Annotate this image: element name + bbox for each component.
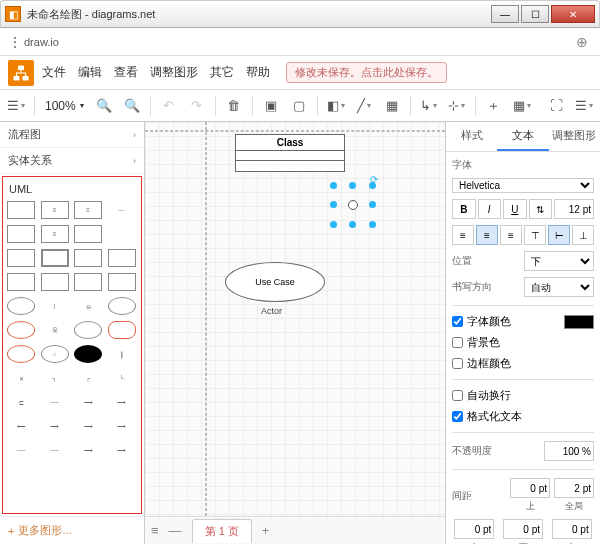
- bold-button[interactable]: B: [452, 199, 476, 219]
- uml-shape[interactable]: ): [41, 297, 69, 315]
- close-button[interactable]: ✕: [551, 5, 595, 23]
- uml-shape[interactable]: [108, 297, 136, 315]
- fontcolor-swatch[interactable]: [564, 315, 594, 329]
- uml-shape[interactable]: [7, 225, 35, 243]
- minimize-button[interactable]: —: [491, 5, 519, 23]
- tab-text[interactable]: 文本: [497, 122, 548, 151]
- page-menu-icon[interactable]: ≡: [151, 523, 159, 538]
- save-notice[interactable]: 修改未保存。点击此处保存。: [286, 62, 447, 83]
- uml-shape[interactable]: ≡: [74, 201, 102, 219]
- sidebar-section-flowchart[interactable]: 流程图›: [0, 122, 144, 148]
- sidebar-toggle-icon[interactable]: ☰: [4, 94, 28, 118]
- uml-shape[interactable]: [74, 225, 102, 243]
- sidebar-section-entity[interactable]: 实体关系›: [0, 148, 144, 174]
- line-icon[interactable]: ╱: [352, 94, 376, 118]
- uml-shape[interactable]: ≡: [41, 201, 69, 219]
- uml-shape[interactable]: [41, 273, 69, 291]
- waypoint-icon[interactable]: ⊹: [445, 94, 469, 118]
- uml-shape[interactable]: 웃: [41, 321, 69, 339]
- uml-shape[interactable]: ⟶: [41, 417, 69, 435]
- valign-bottom-button[interactable]: ⊥: [572, 225, 594, 245]
- sp-global-input[interactable]: [554, 478, 594, 498]
- uml-shape[interactable]: ⟶: [74, 393, 102, 411]
- valign-top-button[interactable]: ⊤: [524, 225, 546, 245]
- page-add-icon[interactable]: +: [262, 523, 270, 538]
- uml-shape[interactable]: ✕: [7, 369, 35, 387]
- more-shapes-button[interactable]: +更多图形...: [0, 516, 144, 544]
- uml-shape[interactable]: ⊏: [7, 393, 35, 411]
- uml-shape[interactable]: [108, 249, 136, 267]
- zoom-display[interactable]: 100%▾: [41, 99, 88, 113]
- table-icon[interactable]: ▦: [510, 94, 534, 118]
- selected-node[interactable]: ⟳: [330, 182, 376, 228]
- uml-shape[interactable]: ⟶: [74, 441, 102, 459]
- actor-label[interactable]: Actor: [261, 306, 282, 316]
- uml-shape[interactable]: [108, 225, 136, 243]
- position-select[interactable]: 下: [524, 251, 594, 271]
- usecase-shape[interactable]: Use Case: [225, 262, 325, 302]
- uml-shape[interactable]: ⟶: [74, 417, 102, 435]
- fill-icon[interactable]: ◧: [324, 94, 348, 118]
- uml-shape[interactable]: ⟶: [108, 441, 136, 459]
- menu-shapes[interactable]: 调整图形: [150, 64, 198, 81]
- menu-edit[interactable]: 编辑: [78, 64, 102, 81]
- toback-icon[interactable]: ▢: [287, 94, 311, 118]
- uml-shape[interactable]: [41, 249, 69, 267]
- uml-shape[interactable]: ○: [41, 345, 69, 363]
- uml-shape[interactable]: ⊖: [74, 297, 102, 315]
- uml-shape[interactable]: [108, 321, 136, 339]
- language-icon[interactable]: ⊕: [576, 34, 592, 50]
- fullscreen-icon[interactable]: ⛶: [544, 94, 568, 118]
- menu-file[interactable]: 文件: [42, 64, 66, 81]
- vertical-button[interactable]: ⇅: [529, 199, 553, 219]
- uml-shape[interactable]: [74, 345, 102, 363]
- bgcolor-check[interactable]: [452, 337, 463, 348]
- uml-shape[interactable]: [74, 249, 102, 267]
- uml-shape[interactable]: [7, 201, 35, 219]
- wrap-check[interactable]: [452, 390, 463, 401]
- uml-shape[interactable]: ⟶: [108, 417, 136, 435]
- uml-shape[interactable]: [7, 345, 35, 363]
- align-right-button[interactable]: ≡: [500, 225, 522, 245]
- maximize-button[interactable]: ☐: [521, 5, 549, 23]
- font-select[interactable]: Helvetica: [452, 178, 594, 193]
- sp-right-input[interactable]: [552, 519, 592, 539]
- canvas[interactable]: Class ⟳ Use Case Actor: [145, 122, 445, 516]
- align-left-button[interactable]: ≡: [452, 225, 474, 245]
- delete-icon[interactable]: 🗑: [222, 94, 246, 118]
- formatted-check[interactable]: [452, 411, 463, 422]
- fontcolor-check[interactable]: [452, 316, 463, 327]
- uml-shape[interactable]: ──: [41, 393, 69, 411]
- insert-icon[interactable]: ＋: [482, 94, 506, 118]
- class-shape[interactable]: Class: [235, 134, 345, 172]
- uml-shape[interactable]: [7, 249, 35, 267]
- uml-shape[interactable]: —: [108, 201, 136, 219]
- opacity-input[interactable]: [544, 441, 594, 461]
- uml-shape[interactable]: ──: [7, 441, 35, 459]
- italic-button[interactable]: I: [478, 199, 502, 219]
- shadow-icon[interactable]: ▦: [380, 94, 404, 118]
- format-toggle-icon[interactable]: ☰: [572, 94, 596, 118]
- uml-shape[interactable]: ──: [41, 441, 69, 459]
- app-logo[interactable]: [8, 60, 34, 86]
- page-prev-icon[interactable]: —: [169, 523, 182, 538]
- undo-icon[interactable]: ↶: [157, 94, 181, 118]
- uml-shape[interactable]: [74, 273, 102, 291]
- redo-icon[interactable]: ↷: [185, 94, 209, 118]
- tab-style[interactable]: 样式: [446, 122, 497, 151]
- uml-shape[interactable]: [7, 273, 35, 291]
- tab-arrange[interactable]: 调整图形: [549, 122, 600, 151]
- uml-shape[interactable]: [7, 297, 35, 315]
- uml-shape[interactable]: [74, 321, 102, 339]
- tofront-icon[interactable]: ▣: [259, 94, 283, 118]
- uml-shape[interactable]: ┐: [41, 369, 69, 387]
- uml-shape[interactable]: ≡: [41, 225, 69, 243]
- page-tab-1[interactable]: 第 1 页: [192, 519, 252, 543]
- uml-shape[interactable]: ┌: [74, 369, 102, 387]
- direction-select[interactable]: 自动: [524, 277, 594, 297]
- uml-shape[interactable]: [7, 321, 35, 339]
- uml-shape[interactable]: ⟵: [7, 417, 35, 435]
- uml-shape[interactable]: └: [108, 369, 136, 387]
- uml-shape[interactable]: [108, 273, 136, 291]
- zoom-in-icon[interactable]: 🔍: [92, 94, 116, 118]
